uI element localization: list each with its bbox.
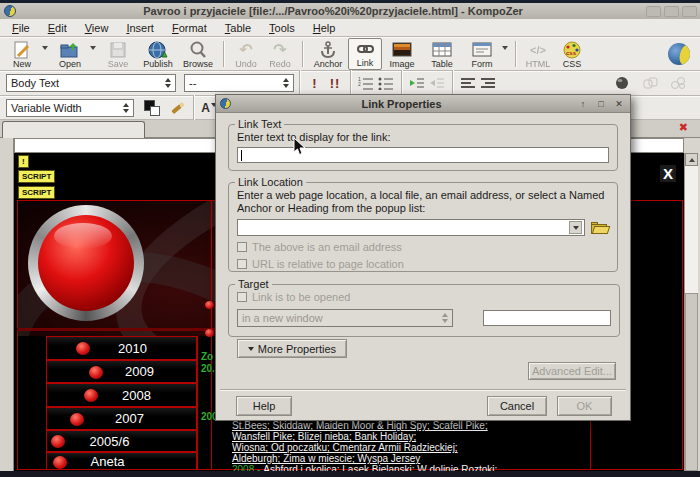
year-menu-item[interactable]: Aneta xyxy=(46,452,197,470)
trip-link-line[interactable]: Wansfell Pike; Blizej nieba; Bank Holida… xyxy=(232,431,602,442)
open-button[interactable]: Open xyxy=(50,38,90,70)
dialog-shade-button[interactable]: ↑ xyxy=(576,97,590,110)
undo-button: ↶ Undo xyxy=(229,38,263,70)
page-tab[interactable] xyxy=(2,121,145,138)
css-class-select[interactable]: -- xyxy=(184,74,294,92)
page-close-x-graphic[interactable]: X xyxy=(660,165,676,182)
window-maximize-button[interactable] xyxy=(664,6,679,17)
preview-sphere-button[interactable] xyxy=(612,73,632,93)
numbered-list-button[interactable]: 12 xyxy=(356,73,376,93)
open-dropdown-arrow-icon[interactable] xyxy=(90,46,96,50)
group-objects-button xyxy=(640,73,660,93)
menu-help[interactable]: Help xyxy=(305,20,344,36)
bulleted-list-icon xyxy=(378,76,394,90)
svg-text:css: css xyxy=(566,50,577,56)
browse-button[interactable]: Browse xyxy=(178,38,218,70)
select-spinner-icon xyxy=(436,313,448,323)
align-left-icon xyxy=(460,77,476,89)
scrollbar-thumb[interactable] xyxy=(685,293,698,471)
font-family-select[interactable]: Variable Width xyxy=(6,99,134,117)
strong-emphasis-button[interactable]: !! xyxy=(325,73,345,93)
bulleted-list-button[interactable] xyxy=(376,73,396,93)
help-button[interactable]: Help xyxy=(236,396,292,416)
link-text-group: Link Text Enter text to display for the … xyxy=(228,118,618,171)
toolbar-separator xyxy=(452,70,453,96)
big-red-button-graphic[interactable] xyxy=(28,205,144,321)
image-button[interactable]: Image xyxy=(382,38,422,70)
pencil-icon xyxy=(171,101,184,113)
link-open-checkbox-row: Link is to be opened xyxy=(237,291,611,303)
outdent-icon xyxy=(429,76,445,90)
relative-url-checkbox xyxy=(237,259,247,269)
background-color-swatch-icon xyxy=(150,106,160,116)
window-titlebar[interactable]: Pavroo i przyjaciele [file:/.../Pavroo%2… xyxy=(0,3,700,19)
link-open-checkbox xyxy=(237,292,247,302)
indent-icon xyxy=(409,76,425,90)
new-button[interactable]: New xyxy=(2,38,42,70)
text-caret xyxy=(241,150,242,161)
red-bullet-icon xyxy=(70,413,84,426)
menu-file[interactable]: File xyxy=(4,20,38,36)
align-left-button[interactable] xyxy=(458,73,478,93)
dialog-maximize-button[interactable]: □ xyxy=(594,97,608,110)
html-button: </> HTML xyxy=(521,38,555,70)
link-button[interactable]: Link xyxy=(348,38,382,70)
year-menu-item[interactable]: 2007 xyxy=(46,407,197,430)
ungroup-objects-button xyxy=(668,73,688,93)
publish-button[interactable]: Publish xyxy=(138,38,178,70)
year-menu-item[interactable]: 2009 xyxy=(46,360,197,383)
form-dropdown-arrow-icon[interactable] xyxy=(502,46,508,50)
form-button[interactable]: Form xyxy=(462,38,502,70)
year-menu-item[interactable]: 2008 xyxy=(46,383,197,407)
scrollbar-up-arrow-icon[interactable] xyxy=(685,153,698,166)
sidebar-splitter[interactable] xyxy=(0,138,14,471)
combobox-dropdown-icon[interactable] xyxy=(569,221,582,234)
target-name-input[interactable] xyxy=(483,310,611,326)
anchor-button[interactable]: Anchor xyxy=(308,38,348,70)
new-dropdown-arrow-icon[interactable] xyxy=(42,46,48,50)
window-close-button[interactable] xyxy=(682,6,697,17)
text-color-picker[interactable] xyxy=(144,100,160,116)
table-button[interactable]: Table xyxy=(422,38,462,70)
align-right-icon xyxy=(480,77,496,89)
dialog-body: Link Text Enter text to display for the … xyxy=(216,113,630,422)
menubar: File Edit View Insert Format Table Tools… xyxy=(0,19,700,37)
trip-link-line[interactable]: 2008 -Ashford i okolica; Lasek Bielanski… xyxy=(232,464,602,471)
trip-link-line[interactable]: Aldeburgh; Zima w miescie; Wyspa Jersey xyxy=(232,453,602,464)
highlight-button[interactable] xyxy=(168,98,188,118)
css-button[interactable]: css CSS xyxy=(555,38,589,70)
vertical-scrollbar[interactable] xyxy=(684,153,698,471)
emphasis-button[interactable]: ! xyxy=(305,73,325,93)
image-icon xyxy=(392,40,412,59)
dialog-close-button[interactable]: ✕ xyxy=(612,97,626,110)
window-minimize-button[interactable] xyxy=(646,6,661,17)
menu-format[interactable]: Format xyxy=(164,20,215,36)
year-menu-item[interactable]: 2010 xyxy=(46,336,197,360)
year-menu-item[interactable]: 2005/6 xyxy=(46,430,197,452)
svg-text:2: 2 xyxy=(358,81,361,87)
menu-edit[interactable]: Edit xyxy=(40,20,75,36)
numbered-list-icon: 12 xyxy=(358,76,374,90)
indent-button[interactable] xyxy=(407,73,427,93)
menu-insert[interactable]: Insert xyxy=(118,20,162,36)
more-properties-button[interactable]: More Properties xyxy=(237,339,347,358)
format-toolbar: Body Text -- ! !! 12 xyxy=(0,71,700,96)
choose-file-button[interactable] xyxy=(591,221,609,234)
paragraph-format-select[interactable]: Body Text xyxy=(6,74,176,92)
kompozer-window: Pavroo i przyjaciele [file:/.../Pavroo%2… xyxy=(0,0,700,477)
dialog-title: Link Properties xyxy=(231,98,572,110)
dialog-titlebar[interactable]: Link Properties ↑ □ ✕ xyxy=(216,95,630,113)
save-floppy-icon xyxy=(109,40,127,59)
menu-tools[interactable]: Tools xyxy=(261,20,303,36)
trip-link-line[interactable]: Wiosna; Od poczatku; Cmentarz Armii Radz… xyxy=(232,442,602,453)
ungroup-objects-icon xyxy=(671,77,686,90)
link-location-combobox[interactable] xyxy=(237,219,585,236)
kompozer-app-icon xyxy=(4,5,16,17)
advanced-edit-button: Advanced Edit... xyxy=(528,362,616,380)
menu-view[interactable]: View xyxy=(77,20,117,36)
dialog-separator xyxy=(220,389,626,391)
align-right-button[interactable] xyxy=(478,73,498,93)
menu-table[interactable]: Table xyxy=(217,20,259,36)
cancel-button[interactable]: Cancel xyxy=(487,396,547,416)
script-badge: SCRIPT xyxy=(18,186,55,199)
